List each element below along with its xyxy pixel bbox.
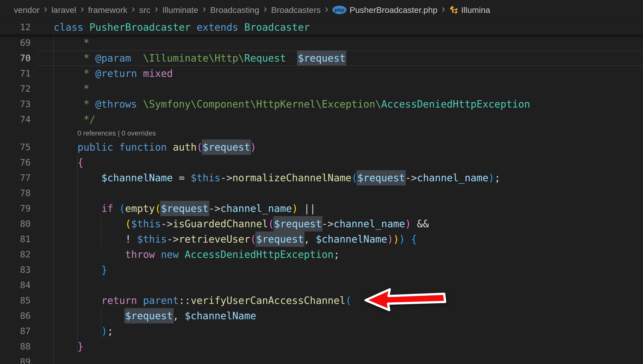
breadcrumb-item-illuminate[interactable]: Illuminate — [162, 5, 198, 15]
code-token[interactable]: function — [119, 142, 167, 153]
line-number[interactable]: 77 — [0, 170, 31, 186]
code-token[interactable]: channel_name — [334, 218, 405, 230]
code-token[interactable]: * — [54, 83, 90, 94]
code-token[interactable] — [54, 142, 78, 153]
code-token[interactable]: throw — [125, 249, 155, 260]
code-token[interactable]: */ — [54, 114, 96, 125]
line-number[interactable]: 88 — [0, 339, 31, 354]
code-token[interactable] — [191, 22, 196, 33]
code-token[interactable] — [54, 310, 125, 322]
code-token[interactable] — [405, 234, 411, 245]
code-token[interactable] — [54, 295, 102, 306]
codelens-references[interactable]: 0 references | 0 overrides — [0, 127, 643, 140]
code-token[interactable]: isGuardedChannel — [173, 218, 268, 230]
breadcrumb-item-broadcasters[interactable]: Broadcasters — [271, 5, 320, 15]
code-token[interactable] — [54, 234, 125, 245]
code-token[interactable]: ; — [107, 326, 113, 337]
code-line-86[interactable]: 86 $request, $channelName — [0, 308, 643, 324]
breadcrumb-item-src[interactable]: src — [139, 5, 150, 15]
code-token[interactable]: $request — [297, 50, 346, 66]
line-number[interactable]: 85 — [0, 293, 31, 308]
code-token[interactable]: $this — [137, 234, 167, 245]
code-token[interactable]: @throws — [96, 98, 137, 110]
code-token[interactable]: $request — [202, 140, 251, 155]
line-number[interactable]: 80 — [0, 216, 31, 232]
code-token[interactable]: && — [411, 218, 429, 230]
line-number[interactable]: 71 — [0, 66, 31, 81]
code-line-88[interactable]: 88 } — [0, 339, 643, 354]
code-token[interactable]: $request — [256, 232, 305, 247]
code-token[interactable]: ( — [125, 218, 131, 230]
code-token[interactable] — [131, 52, 143, 64]
code-token[interactable]: mixed — [143, 68, 172, 79]
code-token[interactable]: ; — [494, 172, 500, 184]
code-token[interactable]: , — [173, 310, 185, 322]
code-token[interactable]: @return — [96, 68, 137, 79]
code-token[interactable] — [83, 22, 89, 33]
code-token[interactable] — [137, 98, 143, 110]
code-token[interactable]: $request — [273, 216, 322, 232]
code-token[interactable]: ) — [102, 326, 107, 337]
code-token[interactable]: extends — [196, 22, 238, 33]
code-token[interactable]: class — [54, 22, 83, 33]
code-line-87[interactable]: 87 ); — [0, 324, 643, 339]
line-number[interactable]: 79 — [0, 201, 31, 216]
line-number[interactable]: 82 — [0, 247, 31, 262]
breadcrumb-item-pusherbroadcaster-php[interactable]: php PusherBroadcaster.php — [332, 5, 437, 15]
code-token[interactable]: \Illuminate\Http\ — [143, 52, 244, 64]
code-line-82[interactable]: 82 throw new AccessDeniedHttpException; — [0, 247, 643, 262]
code-token[interactable]: -> — [322, 218, 334, 230]
sticky-scroll-header[interactable]: 12 class PusherBroadcaster extends Broad… — [0, 20, 643, 35]
editor-code-area[interactable]: 69 *70 * @param \Illuminate\Http\Request… — [0, 35, 643, 364]
code-token[interactable]: ( — [346, 295, 352, 306]
code-token[interactable]: * — [54, 98, 96, 110]
code-token[interactable]: Broadcaster — [244, 22, 310, 33]
line-number[interactable]: 69 — [0, 35, 31, 50]
code-token[interactable]: return — [102, 295, 137, 306]
code-line-76[interactable]: 76 { — [0, 155, 643, 170]
code-token[interactable]: * — [54, 68, 96, 79]
code-token[interactable]: ) — [488, 172, 494, 184]
line-number[interactable]: 75 — [0, 140, 31, 155]
code-line-74[interactable]: 74 */ — [0, 112, 643, 127]
code-token[interactable] — [54, 172, 102, 184]
code-token[interactable] — [54, 249, 125, 260]
code-token[interactable]: normalizeChannelName — [232, 172, 352, 184]
line-number[interactable]: 74 — [0, 112, 31, 127]
line-number[interactable]: 83 — [0, 262, 31, 278]
code-token[interactable]: empty — [125, 203, 155, 214]
code-token[interactable] — [54, 341, 78, 352]
code-token[interactable]: $this — [191, 172, 220, 184]
code-line-69[interactable]: 69 * — [0, 35, 643, 50]
code-token[interactable]: public — [78, 142, 113, 153]
code-token[interactable] — [54, 203, 102, 214]
code-token[interactable] — [167, 142, 173, 153]
code-token[interactable]: $request — [356, 170, 406, 186]
code-line-80[interactable]: 80 ($this->isGuardedChannel($request->ch… — [0, 216, 643, 232]
code-line-73[interactable]: 73 * @throws \Symfony\Component\HttpKern… — [0, 96, 643, 112]
code-token[interactable]: AccessDeniedHttpException — [381, 98, 530, 110]
code-token[interactable]: ( — [119, 203, 125, 214]
line-number[interactable]: 73 — [0, 96, 31, 112]
code-token[interactable] — [113, 203, 119, 214]
code-token[interactable]: $channelName — [102, 172, 173, 184]
line-number[interactable]: 86 — [0, 308, 31, 324]
code-token[interactable]: * — [54, 52, 96, 64]
line-number[interactable]: 89 — [0, 354, 31, 364]
line-number[interactable]: 70 — [0, 50, 31, 66]
code-token[interactable]: -> — [208, 203, 220, 214]
code-token[interactable]: channel_name — [417, 172, 488, 184]
code-token[interactable]: -> — [405, 172, 417, 184]
code-token[interactable] — [54, 157, 78, 168]
line-number[interactable]: 84 — [0, 278, 31, 293]
code-token[interactable]: { — [78, 157, 83, 168]
code-token[interactable] — [54, 264, 102, 276]
code-token[interactable] — [179, 249, 185, 260]
code-token[interactable]: channel_name — [220, 203, 292, 214]
code-token[interactable]: Request — [244, 52, 286, 64]
code-token[interactable] — [54, 218, 125, 230]
code-token[interactable]: :: — [179, 295, 191, 306]
line-number[interactable]: 76 — [0, 155, 31, 170]
code-token[interactable]: * — [54, 37, 90, 48]
code-token[interactable]: new — [161, 249, 179, 260]
